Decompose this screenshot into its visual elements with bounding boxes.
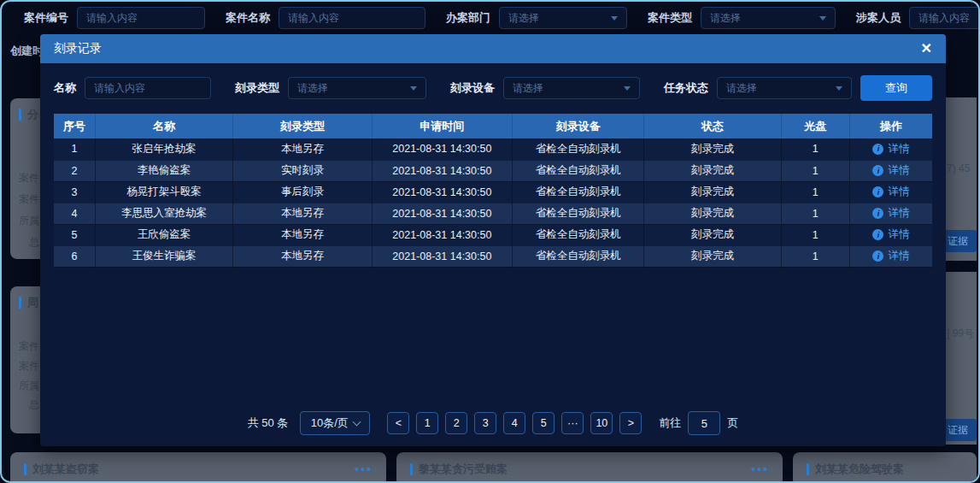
burn-device-select-value: 请选择 [513, 81, 543, 96]
card-title: 黎某某贪污受贿案 [410, 462, 508, 477]
close-icon[interactable]: ✕ [921, 42, 932, 56]
cell-status: 刻录完成 [644, 203, 781, 224]
department-select[interactable]: 请选择 [499, 7, 627, 29]
card-line: 所属 [19, 379, 39, 393]
card-line: 案件 [19, 359, 39, 374]
table-header-row: 序号 名称 刻录类型 申请时间 刻录设备 状态 光盘 操作 [54, 114, 932, 138]
evidence-button[interactable]: 证据 [946, 230, 977, 252]
more-pages-button[interactable]: ··· [561, 412, 584, 434]
card-title-text: 黎某某贪污受贿案 [419, 462, 508, 477]
more-icon[interactable]: ••• [751, 462, 769, 476]
person-input[interactable] [909, 7, 980, 29]
detail-link[interactable]: 详情 [872, 142, 909, 156]
cell-status: 刻录完成 [644, 138, 781, 160]
table-row[interactable]: 4 李思思入室抢劫案 本地另存 2021-08-31 14:30:50 省检全自… [54, 203, 932, 224]
department-select-value: 请选择 [508, 11, 539, 26]
chevron-down-icon [836, 86, 842, 91]
page-button-10[interactable]: 10 [590, 412, 613, 434]
chevron-down-icon [611, 16, 618, 21]
table-row[interactable]: 2 李艳偷盗案 实时刻录 2021-08-31 14:30:50 省检全自动刻录… [54, 160, 932, 181]
cell-type: 本地另存 [233, 224, 372, 245]
dialog-header: 刻录记录 ✕ [40, 34, 946, 63]
info-icon [872, 250, 883, 262]
accent-bar-icon [807, 463, 809, 475]
evidence-button-label: 证据 [948, 423, 968, 438]
cell-device: 省检全自动刻录机 [513, 245, 644, 267]
burn-type-select-value: 请选择 [297, 81, 328, 96]
burn-type-select[interactable]: 请选择 [288, 77, 426, 99]
cell-device: 省检全自动刻录机 [513, 138, 644, 160]
goto-page-input[interactable] [688, 411, 720, 435]
header-index: 序号 [54, 114, 95, 138]
field-case-number: 案件编号 [24, 7, 205, 29]
cell-time: 2021-08-31 14:30:50 [372, 160, 512, 181]
cell-name: 王欣偷盗案 [95, 224, 232, 245]
cell-time: 2021-08-31 14:30:50 [372, 203, 512, 224]
case-type-select[interactable]: 请选择 [701, 7, 836, 29]
department-label: 办案部门 [446, 10, 490, 26]
search-button[interactable]: 查询 [860, 75, 932, 101]
detail-link[interactable]: 详情 [872, 206, 909, 221]
page-button-2[interactable]: 2 [445, 412, 467, 434]
background-card-edge: ] 99号 证据 [946, 272, 977, 445]
detail-link[interactable]: 详情 [872, 227, 909, 242]
prev-page-button[interactable]: < [387, 412, 409, 434]
accent-bar-icon [410, 463, 413, 475]
case-card-theft[interactable]: 刘某某盗窃案 ••• [10, 452, 386, 483]
card-title-text: 周 [27, 295, 38, 310]
header-disc: 光盘 [781, 114, 849, 138]
table-row[interactable]: 1 张启年抢劫案 本地另存 2021-08-31 14:30:50 省检全自动刻… [54, 138, 932, 160]
cell-index: 5 [54, 224, 95, 245]
cell-index: 4 [54, 203, 95, 224]
cell-device: 省检全自动刻录机 [513, 224, 644, 245]
page-size-select[interactable]: 10条/页 [300, 411, 370, 435]
page-button-1[interactable]: 1 [416, 412, 438, 434]
detail-link[interactable]: 详情 [872, 185, 909, 199]
top-filter-bar: 案件编号 案件名称 办案部门 请选择 案件类型 请选择 涉案人员 [2, 2, 978, 34]
header-time: 申请时间 [372, 114, 512, 138]
more-icon[interactable]: ••• [355, 462, 373, 476]
cell-device: 省检全自动刻录机 [513, 203, 644, 224]
info-icon [872, 165, 883, 176]
page-button-5[interactable]: 5 [532, 412, 555, 434]
chevron-down-icon [410, 86, 417, 91]
page-button-3[interactable]: 3 [474, 412, 496, 434]
case-name-input[interactable] [279, 7, 425, 29]
goto-unit: 页 [727, 415, 738, 431]
cell-status: 刻录完成 [644, 224, 781, 245]
detail-link[interactable]: 详情 [872, 249, 909, 263]
next-page-button[interactable]: > [619, 412, 642, 434]
evidence-button[interactable]: 证据 [946, 419, 977, 441]
page-size-value: 10条/页 [311, 415, 349, 431]
cell-name: 李艳偷盗案 [95, 160, 232, 181]
table-row[interactable]: 6 王俊生诈骗案 本地另存 2021-08-31 14:30:50 省检全自动刻… [54, 245, 932, 267]
table-row[interactable]: 5 王欣偷盗案 本地另存 2021-08-31 14:30:50 省检全自动刻录… [54, 224, 932, 245]
detail-link-label: 详情 [888, 142, 909, 156]
app-window: 案件编号 案件名称 办案部门 请选择 案件类型 请选择 涉案人员 创建时 [0, 0, 980, 483]
cell-device: 省检全自动刻录机 [513, 160, 644, 181]
accent-bar-icon [19, 297, 21, 309]
burn-records-table: 序号 名称 刻录类型 申请时间 刻录设备 状态 光盘 操作 1 张启年抢劫案 本 [54, 114, 932, 268]
table-row[interactable]: 3 杨晃打架斗殴案 事后刻录 2021-08-31 14:30:50 省检全自动… [54, 181, 932, 203]
accent-bar-icon [24, 463, 26, 475]
card-line: 案件 [19, 339, 39, 354]
task-status-select-value: 请选择 [726, 81, 757, 96]
card-line: 案件 [19, 171, 39, 186]
cell-index: 3 [54, 181, 95, 203]
cell-status: 刻录完成 [644, 245, 781, 267]
name-input[interactable] [85, 77, 211, 99]
card-line: 案件 [19, 192, 39, 207]
case-number-input[interactable] [77, 7, 205, 29]
create-time-label-fragment: 创建时 [10, 44, 44, 59]
page-button-4[interactable]: 4 [503, 412, 525, 434]
case-type-select-value: 请选择 [710, 11, 741, 26]
dialog-body: 名称 刻录类型 请选择 刻录设备 请选择 [40, 63, 946, 446]
detail-link[interactable]: 详情 [872, 163, 909, 178]
burn-device-select[interactable]: 请选择 [503, 77, 640, 99]
task-status-select[interactable]: 请选择 [717, 77, 852, 99]
case-card-bribery[interactable]: 黎某某贪污受贿案 ••• [396, 452, 783, 483]
case-card-driving[interactable]: 刘某某危险驾驶案 [793, 452, 977, 483]
filter-name: 名称 [54, 77, 211, 99]
field-case-name: 案件名称 [226, 7, 425, 29]
person-label: 涉案人员 [856, 10, 901, 26]
